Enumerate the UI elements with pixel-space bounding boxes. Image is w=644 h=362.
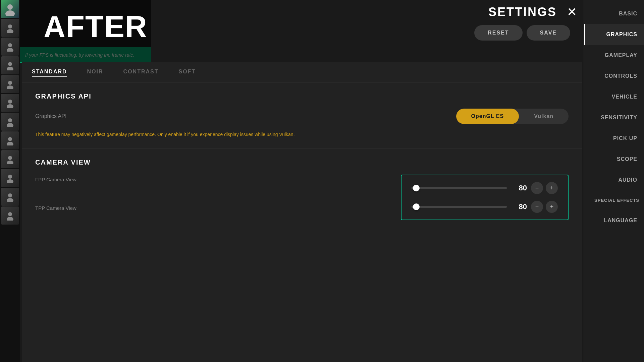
svg-point-16 [8, 156, 12, 160]
main-content: STANDARD NOIR CONTRAST SOFT GRAPHICS API… [22, 62, 582, 362]
camera-view-title: CAMERA VIEW [35, 159, 569, 166]
action-buttons: RESET SAVE [474, 25, 570, 41]
graphics-api-warning: This feature may negatively affect gamep… [35, 131, 569, 138]
svg-point-17 [7, 161, 13, 164]
svg-point-18 [8, 175, 12, 179]
settings-header: SETTINGS ✕ [488, 5, 577, 19]
svg-point-2 [8, 24, 12, 28]
avatar-6[interactable] [1, 94, 19, 112]
nav-pickup[interactable]: PICK UP [584, 128, 644, 149]
nav-scope[interactable]: SCOPE [584, 149, 644, 170]
after-label: AFTER [44, 12, 148, 42]
nav-special-effects[interactable]: SPECIAL EFFECTS [584, 190, 644, 210]
filter-standard[interactable]: STANDARD [32, 67, 67, 77]
filter-noir[interactable]: NOIR [87, 67, 103, 77]
left-sidebar [0, 0, 20, 362]
fpp-camera-label: FPP Camera View [35, 177, 569, 182]
avatar-12[interactable] [1, 206, 19, 225]
svg-point-5 [7, 48, 13, 52]
camera-labels: FPP Camera View TPP Camera View [35, 177, 569, 211]
avatar-5[interactable] [1, 75, 19, 93]
api-toggle-group: OpenGL ES Vulkan [456, 109, 569, 124]
svg-point-20 [8, 193, 12, 197]
right-sidebar: BASIC GRAPHICS GAMEPLAY CONTROLS VEHICLE… [584, 0, 644, 362]
nav-vehicle[interactable]: VEHICLE [584, 86, 644, 107]
vulkan-button[interactable]: Vulkan [519, 109, 569, 124]
svg-point-21 [7, 198, 13, 202]
nav-audio[interactable]: AUDIO [584, 170, 644, 190]
settings-title: SETTINGS [488, 5, 557, 19]
filter-soft[interactable]: SOFT [178, 67, 196, 77]
svg-point-12 [8, 118, 12, 122]
nav-sensitivity[interactable]: SENSITIVITY [584, 107, 644, 128]
graphics-api-section: GRAPHICS API Graphics API OpenGL ES Vulk… [22, 82, 582, 148]
graphics-api-label: Graphics API [35, 113, 66, 119]
avatar-2[interactable] [1, 19, 19, 37]
nav-basic[interactable]: BASIC [584, 3, 644, 24]
avatar-11[interactable] [1, 188, 19, 206]
svg-point-8 [8, 81, 12, 85]
filter-contrast[interactable]: CONTRAST [123, 67, 159, 77]
reset-button[interactable]: RESET [474, 25, 522, 41]
svg-point-1 [5, 10, 15, 16]
nav-graphics[interactable]: GRAPHICS [584, 24, 644, 45]
svg-point-19 [7, 179, 13, 183]
graphics-api-title: GRAPHICS API [35, 93, 569, 100]
save-button[interactable]: SAVE [527, 25, 570, 41]
tpp-camera-label: TPP Camera View [35, 205, 569, 211]
filter-row: STANDARD NOIR CONTRAST SOFT [22, 62, 582, 82]
avatar-10[interactable] [1, 169, 19, 187]
nav-gameplay[interactable]: GAMEPLAY [584, 45, 644, 66]
opengl-button[interactable]: OpenGL ES [456, 109, 519, 124]
svg-point-9 [7, 85, 13, 89]
svg-point-10 [8, 100, 12, 104]
camera-view-section: CAMERA VIEW 80 − + [22, 148, 582, 221]
svg-point-13 [7, 123, 13, 127]
avatar-3[interactable] [1, 38, 19, 56]
svg-point-11 [7, 104, 13, 108]
nav-language[interactable]: LANGUAGE [584, 210, 644, 231]
svg-point-4 [8, 43, 12, 47]
svg-point-14 [8, 137, 12, 141]
avatar-main[interactable] [1, 0, 19, 18]
svg-point-23 [7, 217, 13, 221]
nav-controls[interactable]: CONTROLS [584, 66, 644, 86]
svg-point-7 [7, 67, 13, 70]
svg-point-6 [8, 62, 12, 66]
svg-point-22 [8, 212, 12, 216]
avatar-7[interactable] [1, 113, 19, 131]
avatar-9[interactable] [1, 150, 19, 168]
graphics-api-row: Graphics API OpenGL ES Vulkan [35, 109, 569, 124]
avatar-4[interactable] [1, 56, 19, 74]
svg-point-0 [7, 4, 13, 10]
svg-point-15 [7, 142, 13, 145]
avatar-8[interactable] [1, 131, 19, 149]
close-button[interactable]: ✕ [567, 6, 577, 18]
svg-point-3 [7, 29, 13, 33]
overlay-panel: AFTER [20, 0, 151, 62]
